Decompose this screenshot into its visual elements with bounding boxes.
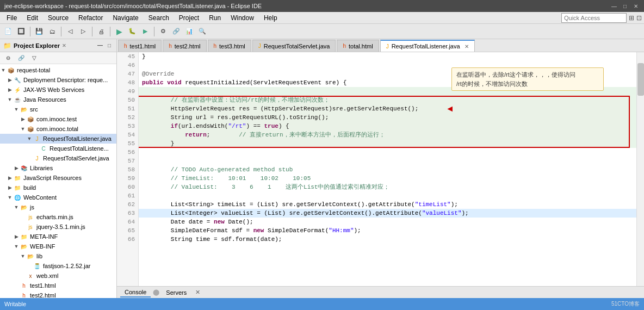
code-line-65: SimpleDateFormat sdf = new SimpleDateFor… [139,226,636,235]
line-num-61: 61 [117,191,138,200]
toolbar-btn-misc3[interactable]: 📊 [183,26,195,38]
tab-close-listener[interactable]: ✕ [465,44,469,49]
bottom-panel: Console ⬤ Servers ✕ [117,286,644,298]
metainf-icon: 📁 [20,232,28,241]
tree-item-servlet[interactable]: J RequestTotalServlet.java [0,153,116,163]
toolbar-btn-run2[interactable]: ▶ [139,26,151,38]
tab-icon-servlet: J [258,43,261,49]
menu-window[interactable]: Window [226,13,258,23]
line-num-48: 48 [117,78,138,87]
sidebar-filter-btn[interactable]: ▽ [28,52,40,64]
tree-item-webxml[interactable]: x web.xml [0,271,116,281]
tab-servlet[interactable]: J RequestTotalServlet.java [252,40,336,52]
toolbar-btn-misc4[interactable]: 🔍 [196,26,208,38]
tree-item-pkg-total[interactable]: ▼ 📦 com.imooc.total [0,124,116,134]
menu-navigate[interactable]: Navigate [108,13,143,23]
code-line-53: if(url.endsWith("/rt") == true) { [139,122,636,131]
toolbar-sep-4 [110,27,110,36]
tree-item-webcontent[interactable]: ▼ 🌐 WebContent [0,193,116,202]
tree-label-jaxws: JAX-WS Web Services [23,86,84,93]
line-num-56: 56 [117,148,138,157]
tree-item-build[interactable]: ▶ 📁 build [0,183,116,193]
menu-run[interactable]: Run [205,13,225,23]
tab-icon-test3: h [214,43,217,49]
sidebar-title-label: Project Explorer [14,42,60,49]
tab-total[interactable]: h total.html [337,40,379,52]
annotation-text-line1: 在监听器中，去除/rt这个请求，，，使得访问 [456,71,575,78]
menu-search[interactable]: Search [144,13,174,23]
menu-file[interactable]: File [2,13,21,23]
jquery-icon: js [26,222,35,231]
scrollbar-thumb[interactable] [637,63,644,96]
toolbar-btn-save[interactable]: 💾 [33,26,45,38]
toolbar-btn-back[interactable]: ◁ [64,26,76,38]
toolbar-btn-saveall[interactable]: 🗂 [46,26,58,38]
tree-arrow-libraries: ▶ [13,165,20,171]
tab-icon-test1: h [124,43,127,49]
bottom-tab-servers[interactable]: Servers [162,288,191,297]
code-content[interactable]: } @Override public void requestInitializ… [139,52,636,286]
tree-label-test1: test1.html [30,282,56,289]
line-num-52: 52 [117,113,138,122]
sidebar-maximize-btn[interactable]: □ [106,42,113,49]
toolbar-btn-debug[interactable]: 🐛 [126,26,138,38]
menu-project[interactable]: Project [175,13,203,23]
toolbar-btn-forward[interactable]: ▷ [77,26,89,38]
tree-item-libraries[interactable]: ▶ 📚 Libraries [0,163,116,173]
minimize-button[interactable]: — [610,2,618,10]
tree-item-js-folder[interactable]: ▼ 📂 js [0,202,116,212]
tree-item-java-resources[interactable]: ▼ ☕ Java Resources [0,95,116,104]
tab-test3[interactable]: h test3.html [208,40,251,52]
tree-item-pkg-test[interactable]: ▶ 📦 com.imooc.test [0,114,116,124]
tab-test2[interactable]: h test2.html [163,40,206,52]
tree-arrow-lib: ▼ [20,253,26,259]
toolbar-btn-2[interactable]: 🔲 [15,26,27,38]
tree-arrow-webcontent: ▼ [7,195,13,200]
tree-item-js-resources[interactable]: ▶ 📁 JavaScript Resources [0,173,116,183]
sidebar-link-btn[interactable]: 🔗 [15,52,27,64]
html1-icon: h [20,281,28,290]
title-bar-controls: — □ ✕ [610,2,640,10]
maximize-button[interactable]: □ [621,2,629,10]
tree-item-jaxws[interactable]: ▶ ⚡ JAX-WS Web Services [0,85,116,95]
menu-source[interactable]: Source [44,13,73,23]
tree-label-listener: RequestTotalListener.java [43,135,112,142]
tree-arrow-listener: ▼ [26,136,33,141]
tab-test1[interactable]: h test1.html [118,40,162,52]
menu-edit[interactable]: Edit [22,13,42,23]
line-num-49: 49 [117,87,138,96]
tree-item-listener-class[interactable]: C RequestTotalListene... [0,144,116,153]
tree-item-request-total[interactable]: ▼ 📦 request-total [0,65,116,75]
tab-listener[interactable]: J RequestTotalListener.java ✕ [380,40,475,52]
toolbar-btn-print[interactable]: 🖨 [95,26,107,38]
tree-item-metainf[interactable]: ▶ 📁 META-INF [0,232,116,241]
toolbar-btn-misc1[interactable]: ⚙ [157,26,169,38]
tree-item-test2[interactable]: h test2.html [0,290,116,298]
close-button[interactable]: ✕ [632,2,640,10]
editor-area: h test1.html h test2.html h test3.html J… [117,39,644,298]
tree-item-test1[interactable]: h test1.html [0,281,116,290]
class-icon: C [39,144,48,153]
code-line-66: String time = sdf.format(date); [139,235,636,244]
sidebar-collapse-all-btn[interactable]: ⊖ [2,52,14,64]
toolbar-btn-misc2[interactable]: 🔗 [170,26,182,38]
toolbar-btn-new[interactable]: 📄 [2,26,14,38]
tree-item-listener[interactable]: ▼ J RequestTotalListener.java [0,134,116,144]
tree-item-jquery[interactable]: js jquery-3.5.1.min.js [0,222,116,232]
sidebar-minimize-btn[interactable]: — [96,42,104,49]
tree-label-build: build [23,184,36,191]
quick-access-input[interactable] [561,13,627,23]
right-scrollbar[interactable] [636,52,644,286]
code-line-62: List<String> timeList = (List) sre.getSe… [139,200,636,209]
toolbar-btn-run[interactable]: ▶ [113,26,125,38]
tree-label-servlet: RequestTotalServlet.java [43,155,109,162]
menu-refactor[interactable]: Refactor [74,13,107,23]
menu-help[interactable]: Help [259,13,282,23]
tree-item-lib[interactable]: ▼ 📂 lib [0,251,116,261]
bottom-tab-console[interactable]: Console [120,288,151,297]
tree-item-echarts[interactable]: js echarts.min.js [0,212,116,222]
tree-item-fastjson[interactable]: 🫙 fastjson-1.2.52.jar [0,261,116,271]
tree-item-src[interactable]: ▼ 📂 src [0,104,116,114]
tree-item-deployment[interactable]: ▶ 🔧 Deployment Descriptor: reque... [0,75,116,85]
tree-item-webinf[interactable]: ▼ 📂 WEB-INF [0,241,116,251]
